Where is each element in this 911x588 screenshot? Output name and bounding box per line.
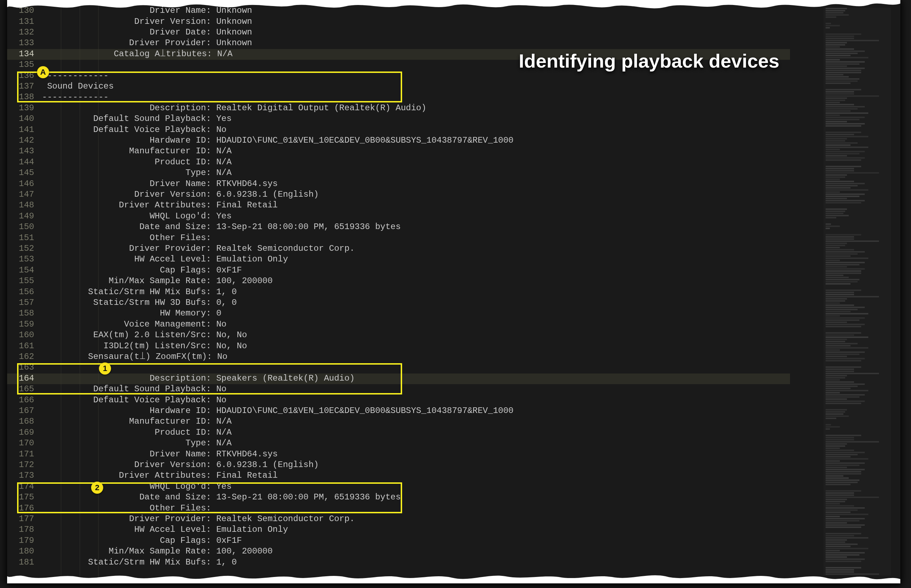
minimap-line [825,381,854,383]
minimap-line [825,520,859,522]
minimap-line [825,535,854,536]
line-number: 166 [7,395,42,405]
minimap-line [825,441,879,443]
code-line[interactable]: 179 Cap Flags: 0xF1F [7,536,790,546]
code-line[interactable]: 145 Type: N/A [7,168,790,179]
minimap-line [825,415,849,417]
code-line[interactable]: 176 Other Files: [7,503,790,514]
minimap-line [825,477,849,479]
code-line[interactable]: 150 Date and Size: 13-Sep-21 08:00:00 PM… [7,222,790,233]
line-number: 157 [7,298,42,307]
code-line[interactable]: 178 HW Accel Level: Emulation Only [7,525,790,535]
code-line[interactable]: 164 Description: Speakers (Realtek(R) Au… [7,373,790,384]
code-line[interactable]: 160 EAX(tm) 2.0 Listen/Src: No, No [7,330,790,341]
code-line[interactable]: 168 Manufacturer ID: N/A [7,417,790,427]
code-line[interactable]: 136------------- [7,71,790,81]
code-line[interactable]: 138------------- [7,92,790,103]
code-line[interactable]: 172 Driver Version: 6.0.9238.1 (English) [7,460,790,471]
section-header-line[interactable]: 137 Sound Devices [7,81,790,92]
minimap-line [825,53,858,54]
code-line[interactable]: 153 HW Accel Level: Emulation Only [7,254,790,265]
code-line[interactable]: 177 Driver Provider: Realtek Semiconduct… [7,514,790,525]
minimap-line [825,377,845,378]
minimap-line [825,522,847,523]
code-line[interactable]: 175 Date and Size: 13-Sep-21 08:00:00 PM… [7,492,790,503]
minimap-line [825,347,868,349]
line-number: 177 [7,514,42,523]
code-line[interactable]: 132 Driver Date: Unknown [7,27,790,38]
minimap-line [825,241,879,242]
minimap-line [825,324,865,325]
minimap-line [825,559,865,560]
minimap-line [825,394,865,396]
code-line[interactable]: 147 Driver Version: 6.0.9238.1 (English) [7,190,790,200]
minimap-line [825,63,859,65]
line-number: 151 [7,233,42,242]
code-line[interactable]: 171 Driver Name: RTKVHD64.sys [7,449,790,460]
code-line[interactable]: 135 [7,60,790,70]
code-line[interactable]: 162 Sensaura(t⟘) ZoomFX(tm): No [7,352,790,362]
code-line[interactable]: 149 WHQL Logo'd: Yes [7,211,790,222]
code-text: HW Accel Level: Emulation Only [42,525,288,534]
code-line[interactable]: 131 Driver Version: Unknown [7,17,790,27]
code-line[interactable]: 165 Default Sound Playback: No [7,384,790,395]
code-line[interactable]: 157 Static/Strm HW 3D Bufs: 0, 0 [7,298,790,309]
code-line[interactable]: 155 Min/Max Sample Rate: 100, 200000 [7,276,790,287]
code-line[interactable]: 158 HW Memory: 0 [7,309,790,319]
minimap-line [825,200,865,201]
code-line[interactable]: 173 Driver Attributes: Final Retail [7,471,790,481]
code-line[interactable]: 152 Driver Provider: Realtek Semiconduct… [7,244,790,254]
code-line[interactable]: 166 Default Voice Playback: No [7,395,790,406]
line-number: 154 [7,265,42,275]
line-number: 141 [7,125,42,134]
code-line[interactable]: 143 Manufacturer ID: N/A [7,146,790,157]
minimap-line [825,262,865,263]
code-editor[interactable]: 129 Catalog A⟘tributes: N130 Driver Name… [7,0,790,583]
code-line[interactable]: 139 Description: Realtek Digital Output … [7,103,790,114]
code-line[interactable]: 142 Hardware ID: HDAUDIO\FUNC_01&VEN_10E… [7,136,790,146]
code-line[interactable]: 156 Static/Strm HW Mix Bufs: 1, 0 [7,287,790,298]
code-line[interactable]: 170 Type: N/A [7,438,790,449]
code-line[interactable]: 133 Driver Provider: Unknown [7,38,790,49]
minimap-line [825,386,858,387]
minimap-line [825,172,879,174]
code-line[interactable]: 130 Driver Name: Unknown [7,6,790,16]
minimap-line [825,36,854,37]
minimap-line [825,462,865,464]
minimap-line [825,473,861,475]
minimap-line [825,89,861,90]
code-line[interactable]: 167 Hardware ID: HDAUDIO\FUNC_01&VEN_10E… [7,406,790,417]
minimap-line [825,195,859,197]
minimap-line [825,61,865,63]
code-line[interactable]: 163 [7,362,790,373]
minimap-line [825,117,865,118]
code-line[interactable]: 129 Catalog A⟘tributes: N [7,0,790,6]
code-line[interactable]: 180 Min/Max Sample Rate: 100, 200000 [7,546,790,557]
code-text: Other Files: [42,503,216,513]
minimap-line [825,292,854,293]
code-text: Hardware ID: HDAUDIO\FUNC_01&VEN_10EC&DE… [42,406,513,415]
minimap-line [825,213,843,214]
minimap-line [825,147,868,148]
code-line[interactable]: 174 WHQL Logo'd: Yes [7,481,790,492]
minimap-line [825,281,858,283]
code-line[interactable]: 151 Other Files: [7,233,790,244]
minimap-line [825,174,847,176]
code-line[interactable]: 134 Catalog A⟘tributes: N/A [7,49,790,60]
minimap-line [825,343,858,344]
minimap-line [825,573,879,575]
minimap-line [825,544,858,545]
code-line[interactable]: 161 I3DL2(tm) Listen/Src: No, No [7,341,790,352]
code-line[interactable]: 146 Driver Name: RTKVHD64.sys [7,179,790,190]
code-line[interactable]: 159 Voice Management: No [7,320,790,330]
code-line[interactable]: 154 Cap Flags: 0xF1F [7,265,790,276]
minimap-line [825,426,840,428]
minimap[interactable] [824,8,891,575]
code-line[interactable]: 181 Static/Strm HW Mix Bufs: 1, 0 [7,557,790,568]
code-line[interactable]: 148 Driver Attributes: Final Retail [7,200,790,211]
code-line[interactable]: 141 Default Voice Playback: No [7,125,790,136]
code-line[interactable]: 169 Product ID: N/A [7,428,790,438]
code-line[interactable]: 140 Default Sound Playback: Yes [7,114,790,124]
code-line[interactable]: 144 Product ID: N/A [7,157,790,168]
minimap-line [824,528,891,533]
